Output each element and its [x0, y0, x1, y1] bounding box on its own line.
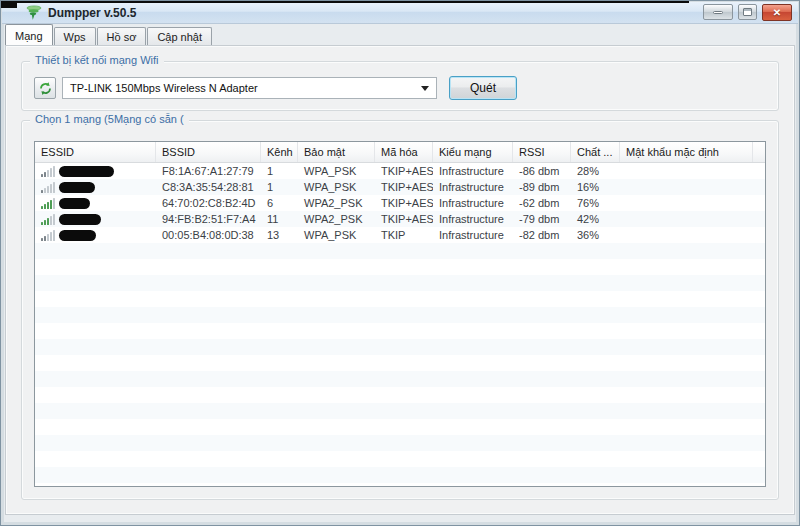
networks-table: ESSID BSSID Kênh Bảo mật Mã hóa Kiểu mạn… — [34, 141, 766, 487]
close-button[interactable]: ✕ — [762, 4, 792, 21]
tab-mang[interactable]: Mạng — [5, 24, 53, 45]
title-bar[interactable]: Dumpper v.50.5 ✕ — [2, 2, 798, 24]
encryption-value: TKIP — [375, 229, 433, 241]
photo-artifact-corner — [1, 1, 17, 8]
tab-wps[interactable]: Wps — [54, 27, 96, 45]
security-value: WPA_PSK — [298, 165, 375, 177]
bssid-value: 64:70:02:C8:B2:4D — [156, 197, 261, 209]
channel-value: 11 — [261, 213, 298, 225]
tab-strip: Mạng Wps Hồ sơ Cập nhật — [5, 24, 795, 45]
maximize-button[interactable] — [738, 4, 757, 20]
quality-value: 16% — [571, 181, 620, 193]
network-type-value: Infrastructure — [433, 213, 513, 225]
column-header-channel[interactable]: Kênh — [261, 142, 298, 162]
channel-value: 1 — [261, 181, 298, 193]
channel-value: 6 — [261, 197, 298, 209]
bssid-value: C8:3A:35:54:28:81 — [156, 181, 261, 193]
networks-groupbox: Chọn 1 mạng (5Mạng có sẵn ( ESSID BSSID … — [21, 120, 779, 500]
chevron-down-icon — [421, 86, 429, 91]
adapter-groupbox: Thiết bị kết nối mạng Wifi TP-LINK 150Mb… — [21, 61, 779, 111]
table-row[interactable]: 00:05:B4:08:0D:38 13 WPA_PSK TKIP Infras… — [35, 227, 765, 243]
rssi-value: -62 dbm — [513, 197, 571, 209]
security-value: WPA2_PSK — [298, 197, 375, 209]
minimize-button[interactable] — [703, 4, 733, 20]
signal-bars-icon — [41, 166, 55, 177]
encryption-value: TKIP+AES — [375, 181, 433, 193]
encryption-value: TKIP+AES — [375, 197, 433, 209]
column-header-rssi[interactable]: RSSI — [513, 142, 571, 162]
signal-bars-icon — [41, 230, 55, 241]
encryption-value: TKIP+AES — [375, 165, 433, 177]
channel-value: 13 — [261, 229, 298, 241]
signal-bars-icon — [41, 182, 55, 193]
network-type-value: Infrastructure — [433, 165, 513, 177]
tornado-icon — [26, 5, 42, 21]
tab-ho-so[interactable]: Hồ sơ — [97, 27, 147, 45]
maximize-icon — [743, 8, 752, 16]
redacted-essid — [59, 230, 96, 241]
scan-button[interactable]: Quét — [449, 76, 517, 100]
adapter-select[interactable]: TP-LINK 150Mbps Wireless N Adapter — [62, 77, 437, 99]
rssi-value: -79 dbm — [513, 213, 571, 225]
network-type-value: Infrastructure — [433, 181, 513, 193]
security-value: WPA2_PSK — [298, 213, 375, 225]
tab-cap-nhat[interactable]: Cập nhật — [147, 27, 212, 45]
redacted-essid — [59, 182, 95, 193]
channel-value: 1 — [261, 165, 298, 177]
rssi-value: -89 dbm — [513, 181, 571, 193]
window-title: Dumpper v.50.5 — [48, 6, 136, 20]
table-row[interactable]: 94:FB:B2:51:F7:A4 11 WPA2_PSK TKIP+AES I… — [35, 211, 765, 227]
networks-group-title: Chọn 1 mạng (5Mạng có sẵn ( — [30, 113, 189, 125]
redacted-essid — [59, 166, 114, 177]
encryption-value: TKIP+AES — [375, 213, 433, 225]
quality-value: 42% — [571, 213, 620, 225]
security-value: WPA_PSK — [298, 181, 375, 193]
column-header-network-type[interactable]: Kiểu mạng — [433, 142, 513, 162]
bssid-value: F8:1A:67:A1:27:79 — [156, 165, 261, 177]
security-value: WPA_PSK — [298, 229, 375, 241]
column-header-encryption[interactable]: Mã hóa — [375, 142, 433, 162]
column-header-default-password[interactable]: Mật khẩu mặc định — [620, 142, 753, 162]
bssid-value: 00:05:B4:08:0D:38 — [156, 229, 261, 241]
signal-bars-icon — [41, 198, 55, 209]
photo-artifact-edge — [1, 1, 689, 3]
tab-page-mang: Thiết bị kết nối mạng Wifi TP-LINK 150Mb… — [5, 45, 795, 515]
adapter-select-value: TP-LINK 150Mbps Wireless N Adapter — [70, 82, 258, 94]
quality-value: 36% — [571, 229, 620, 241]
app-window: Dumpper v.50.5 ✕ Mạng Wps Hồ sơ Cập nhật… — [0, 0, 800, 526]
column-header-essid[interactable]: ESSID — [35, 142, 156, 162]
refresh-adapters-button[interactable] — [34, 77, 56, 99]
rssi-value: -86 dbm — [513, 165, 571, 177]
adapter-group-title: Thiết bị kết nối mạng Wifi — [30, 54, 164, 66]
close-icon: ✕ — [773, 7, 781, 18]
bssid-value: 94:FB:B2:51:F7:A4 — [156, 213, 261, 225]
rssi-value: -82 dbm — [513, 229, 571, 241]
redacted-essid — [59, 198, 90, 209]
table-row[interactable]: 64:70:02:C8:B2:4D 6 WPA2_PSK TKIP+AES In… — [35, 195, 765, 211]
column-header-security[interactable]: Bảo mật — [298, 142, 375, 162]
network-type-value: Infrastructure — [433, 197, 513, 209]
column-header-quality[interactable]: Chất ... — [571, 142, 620, 162]
table-row[interactable]: C8:3A:35:54:28:81 1 WPA_PSK TKIP+AES Inf… — [35, 179, 765, 195]
table-header: ESSID BSSID Kênh Bảo mật Mã hóa Kiểu mạn… — [35, 142, 765, 163]
refresh-icon — [38, 81, 53, 96]
quality-value: 76% — [571, 197, 620, 209]
quality-value: 28% — [571, 165, 620, 177]
minimize-icon — [713, 11, 723, 14]
network-type-value: Infrastructure — [433, 229, 513, 241]
column-header-bssid[interactable]: BSSID — [156, 142, 261, 162]
redacted-essid — [59, 214, 101, 225]
signal-bars-icon — [41, 214, 55, 225]
table-row[interactable]: F8:1A:67:A1:27:79 1 WPA_PSK TKIP+AES Inf… — [35, 163, 765, 179]
table-body: F8:1A:67:A1:27:79 1 WPA_PSK TKIP+AES Inf… — [35, 163, 765, 486]
column-header-filler — [753, 142, 765, 162]
scan-button-label: Quét — [470, 81, 496, 95]
